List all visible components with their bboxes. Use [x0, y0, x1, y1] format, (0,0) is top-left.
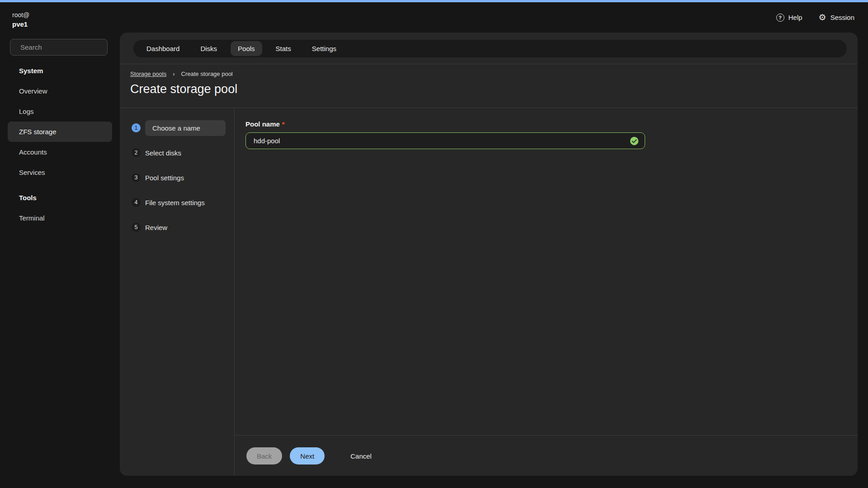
wizard-step-file-system-settings[interactable]: 4 File system settings	[132, 194, 205, 211]
help-icon: ?	[776, 14, 784, 22]
sidebar-item-overview[interactable]: Overview	[8, 81, 112, 101]
wizard-step-pool-settings[interactable]: 3 Pool settings	[132, 169, 184, 186]
header-divider	[120, 64, 858, 64]
gear-icon: ⚙	[819, 13, 826, 22]
pool-name-input[interactable]	[245, 132, 645, 149]
sidebar-item-logs[interactable]: Logs	[8, 101, 112, 122]
screen: root@ pve1 ? Help ⚙ Session System Overv…	[0, 0, 868, 488]
step-number-badge: 5	[132, 223, 141, 232]
step-number-badge: 2	[132, 148, 141, 157]
back-button[interactable]: Back	[246, 447, 282, 465]
search-box[interactable]	[10, 39, 108, 56]
step-label: Pool settings	[145, 170, 184, 186]
step-number-badge: 1	[132, 123, 141, 132]
search-input[interactable]	[20, 43, 110, 51]
wizard-step-choose-a-name[interactable]: 1 Choose a name	[132, 120, 226, 136]
pool-name-field-wrapper	[245, 132, 645, 149]
title-divider	[120, 108, 858, 108]
tab-bar: Dashboard Disks Pools Stats Settings	[133, 40, 847, 57]
required-indicator: *	[282, 120, 285, 128]
help-label: Help	[788, 14, 802, 21]
step-label: Choose a name	[145, 120, 226, 136]
next-button[interactable]: Next	[290, 447, 325, 465]
pool-name-label-text: Pool name	[245, 120, 280, 128]
wizard-nav-divider	[234, 108, 235, 476]
step-number-badge: 3	[132, 173, 141, 182]
breadcrumb: Storage pools › Create storage pool	[130, 70, 233, 77]
step-number-badge: 4	[132, 198, 141, 207]
logged-in-user: root@	[12, 10, 29, 19]
system-nav-list: Overview Logs ZFS storage Accounts Servi…	[0, 81, 120, 183]
hostname: pve1	[12, 19, 29, 29]
wizard-step-review[interactable]: 5 Review	[132, 219, 167, 235]
sidebar: System Overview Logs ZFS storage Account…	[0, 33, 120, 488]
chevron-right-icon: ›	[173, 70, 175, 77]
host-switcher[interactable]: root@ pve1	[0, 2, 29, 33]
wizard-footer: Back Next Cancel	[246, 447, 382, 465]
main-panel: Dashboard Disks Pools Stats Settings Sto…	[120, 33, 858, 476]
step-label: Review	[145, 220, 167, 235]
masthead-actions: ? Help ⚙ Session	[776, 2, 868, 33]
tab-settings[interactable]: Settings	[305, 41, 344, 56]
tab-pools[interactable]: Pools	[231, 41, 262, 56]
sidebar-section-system: System	[19, 67, 120, 75]
pool-name-label: Pool name*	[245, 120, 285, 128]
masthead: root@ pve1 ? Help ⚙ Session	[0, 2, 868, 33]
sidebar-item-terminal[interactable]: Terminal	[8, 208, 112, 228]
sidebar-item-services[interactable]: Services	[8, 162, 112, 183]
breadcrumb-current: Create storage pool	[181, 70, 233, 77]
tab-stats[interactable]: Stats	[269, 41, 298, 56]
tab-dashboard[interactable]: Dashboard	[139, 41, 187, 56]
footer-divider	[234, 435, 858, 436]
breadcrumb-storage-pools-link[interactable]: Storage pools	[130, 70, 166, 77]
cancel-button[interactable]: Cancel	[340, 447, 382, 465]
sidebar-section-tools: Tools	[19, 194, 120, 202]
page-title: Create storage pool	[130, 82, 237, 96]
tab-disks[interactable]: Disks	[193, 41, 224, 56]
session-label: Session	[830, 14, 854, 21]
help-button[interactable]: ? Help	[776, 14, 802, 22]
valid-check-icon	[630, 136, 639, 145]
session-button[interactable]: ⚙ Session	[819, 13, 854, 22]
sidebar-item-accounts[interactable]: Accounts	[8, 142, 112, 162]
step-label: File system settings	[145, 195, 205, 211]
step-label: Select disks	[145, 145, 181, 161]
sidebar-item-zfs-storage[interactable]: ZFS storage	[8, 122, 112, 142]
tools-nav-list: Terminal	[0, 208, 120, 228]
wizard-step-select-disks[interactable]: 2 Select disks	[132, 145, 181, 161]
